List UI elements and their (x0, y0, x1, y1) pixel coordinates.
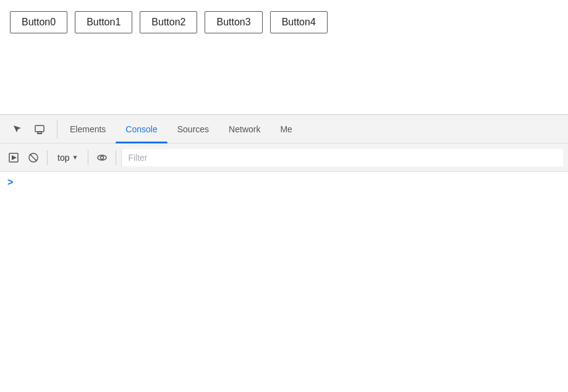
devtools-panel: Elements Console Sources Network Me (0, 114, 568, 296)
tab-network[interactable]: Network (219, 115, 270, 143)
svg-rect-0 (35, 126, 44, 132)
devtools-tab-bar: Elements Console Sources Network Me (0, 115, 568, 143)
execute-icon[interactable] (5, 149, 22, 166)
device-toolbar-icon[interactable] (30, 119, 49, 139)
console-prompt: > (7, 177, 561, 188)
eye-icon[interactable] (93, 149, 111, 166)
tab-sources[interactable]: Sources (167, 115, 219, 143)
devtools-icon-group (2, 119, 54, 139)
tab-more[interactable]: Me (270, 115, 302, 143)
toolbar-divider-2 (88, 150, 88, 165)
context-label: top (57, 153, 69, 163)
tab-console[interactable]: Console (116, 115, 167, 143)
svg-marker-4 (12, 155, 17, 160)
filter-input[interactable] (121, 149, 563, 166)
page-button-2[interactable]: Button2 (140, 11, 197, 33)
page-button-1[interactable]: Button1 (75, 11, 132, 33)
page-button-3[interactable]: Button3 (205, 11, 262, 33)
toolbar-divider-3 (116, 150, 116, 165)
clear-console-icon[interactable] (25, 149, 42, 166)
svg-point-8 (101, 156, 104, 159)
console-toolbar: top ▼ (0, 143, 568, 172)
console-output: > (0, 172, 568, 296)
chevron-down-icon: ▼ (72, 154, 78, 161)
page-content: Button0 Button1 Button2 Button3 Button4 (0, 0, 568, 114)
tab-divider-1 (57, 120, 57, 138)
context-selector[interactable]: top ▼ (53, 150, 83, 165)
tab-elements[interactable]: Elements (60, 115, 116, 143)
page-button-0[interactable]: Button0 (10, 11, 67, 33)
inspect-element-icon[interactable] (7, 119, 27, 139)
toolbar-divider-1 (47, 150, 48, 165)
page-button-4[interactable]: Button4 (270, 11, 328, 33)
svg-line-6 (30, 154, 37, 161)
